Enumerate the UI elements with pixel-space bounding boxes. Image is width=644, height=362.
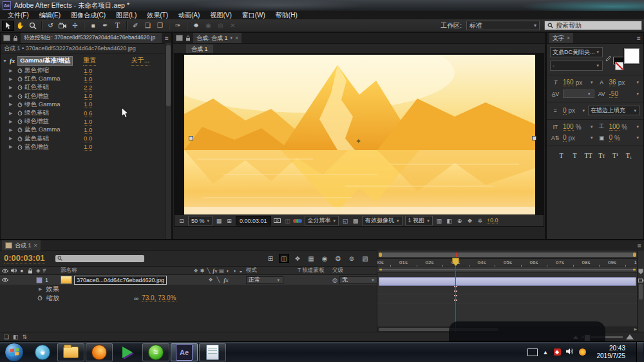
eraser-tool-icon[interactable]: ❐ <box>154 21 166 31</box>
hand-tool-icon[interactable]: ✋ <box>14 21 26 31</box>
effect-about-link[interactable]: 关于... <box>131 56 149 66</box>
stroke-fill-mode-select[interactable]: 在描边上填充 ▾ <box>588 106 640 115</box>
tracking-value[interactable]: -50 <box>609 90 618 98</box>
shy-layers-icon[interactable]: ❖ <box>292 254 303 263</box>
layer-lock-toggle[interactable] <box>26 277 33 283</box>
composition-viewer[interactable]: ✦ ⊡ 50 % ▾ ▦ ⊞ 0:00:03:01 ◫ 全分辨率 ▾ <box>174 53 544 227</box>
selection-tool-icon[interactable] <box>2 21 14 31</box>
frame-blending-icon[interactable]: ▦ <box>306 254 316 263</box>
zoom-tool-icon[interactable] <box>26 21 39 31</box>
lock-icon[interactable] <box>13 35 18 41</box>
stopwatch-icon[interactable] <box>15 102 24 108</box>
shape-tool-icon[interactable]: ■ <box>87 21 99 31</box>
view-layout-select[interactable]: 1 视图 ▾ <box>405 216 433 225</box>
region-of-interest-icon[interactable]: ◱ <box>341 218 349 224</box>
menu-item[interactable]: 动画(A) <box>173 11 205 20</box>
eye-icon[interactable] <box>2 267 9 274</box>
param-value[interactable]: 2.2 <box>84 84 92 91</box>
timeline-navigator[interactable] <box>379 252 636 257</box>
label-column-icon[interactable]: ◈ <box>36 267 41 274</box>
blend-mode-select[interactable]: 正常 ▾ <box>246 276 283 284</box>
taskbar-clock[interactable]: 20:43 2019/7/25 <box>591 345 632 360</box>
effect-header-row[interactable]: ▼ fx Gamma/基准/增益 重置 关于... <box>1 56 171 65</box>
param-value[interactable]: 1.0 <box>84 75 92 83</box>
expand-arrow-icon[interactable]: ▶ <box>39 287 42 292</box>
pick-whip-icon[interactable]: ◎ <box>332 277 337 283</box>
stopwatch-icon[interactable] <box>15 110 24 116</box>
exposure-icon[interactable]: ✲ <box>477 218 484 224</box>
audio-icon[interactable] <box>10 267 17 274</box>
anchor-point-icon[interactable]: ✦ <box>355 138 361 145</box>
param-value[interactable]: 0.0 <box>84 135 92 142</box>
close-icon[interactable]: × <box>34 242 37 249</box>
expand-arrow-icon[interactable]: ▶ <box>9 144 15 149</box>
type-style-button[interactable]: TT <box>583 151 593 160</box>
expand-transfer-controls-icon[interactable]: ◧ <box>13 334 19 340</box>
app-file-explorer[interactable] <box>57 343 84 361</box>
panel-frame-icon[interactable] <box>3 35 10 41</box>
expand-arrow-icon[interactable]: ▶ <box>9 102 15 107</box>
param-value[interactable]: 1.0 <box>84 92 92 100</box>
index-column-icon[interactable]: # <box>43 267 46 274</box>
puppet-pin-tool-icon[interactable]: ✸ <box>190 21 202 31</box>
motion-blur-icon[interactable]: ◉ <box>319 254 330 263</box>
panel-frame-icon[interactable] <box>176 35 183 41</box>
solo-icon[interactable]: ● <box>19 267 26 274</box>
effect-controls-scrollbar[interactable] <box>165 43 171 239</box>
menu-item[interactable]: 图层(L) <box>111 11 142 20</box>
eyedropper-icon[interactable] <box>605 55 611 64</box>
antivirus-tray-icon[interactable]: ◆ <box>554 348 561 356</box>
menu-item[interactable]: 帮助(H) <box>270 11 303 20</box>
type-style-button[interactable]: Tт <box>597 151 607 160</box>
chevron-down-icon[interactable]: ▾ <box>636 124 640 129</box>
comp-button-icon[interactable] <box>638 278 644 284</box>
effect-reset-link[interactable]: 重置 <box>83 56 96 66</box>
show-hidden-icons-arrow[interactable]: ▲ <box>543 349 549 356</box>
vertical-scrollbar[interactable] <box>639 284 643 300</box>
panel-menu-icon[interactable]: ≣ <box>636 35 643 41</box>
transparency-grid-icon[interactable]: ▩ <box>352 218 359 224</box>
clone-stamp-tool-icon[interactable]: ❏ <box>142 21 154 31</box>
scale-property-row[interactable]: 缩放 ∞ 73.0, 73.0% <box>0 294 377 303</box>
menu-item[interactable]: 文件(F) <box>3 11 34 20</box>
graph-editor-icon[interactable]: ▧ <box>360 254 370 263</box>
roto-brush-tool-icon[interactable]: ✑ <box>172 21 184 31</box>
tab-effect-controls[interactable]: 特效控制台: 370ace8df53227a204d64c76ebad4620.… <box>21 33 162 43</box>
expand-layer-switches-icon[interactable]: ❏ <box>4 334 9 340</box>
expand-icon[interactable]: ⊡ <box>178 218 185 224</box>
menu-item[interactable]: 图像合成(C) <box>66 11 111 20</box>
layer-quality-switch[interactable]: ╲ <box>215 277 222 283</box>
camera-tool-icon[interactable] <box>57 21 69 31</box>
grid-options-icon[interactable]: ▦ <box>215 218 223 224</box>
panel-menu-icon[interactable]: ≣ <box>164 35 171 41</box>
font-size-value[interactable]: 160 <box>563 79 574 86</box>
expand-arrow-icon[interactable]: ▶ <box>9 85 15 90</box>
menu-item[interactable]: 视图(V) <box>205 11 236 20</box>
tray-app-icon[interactable] <box>579 348 586 356</box>
close-icon[interactable]: × <box>567 35 570 41</box>
chevron-down-icon[interactable]: ▾ <box>582 108 586 113</box>
tab-composition[interactable]: 合成: 合成 1 ▾ × <box>193 33 242 43</box>
stopwatch-icon[interactable] <box>15 68 24 73</box>
close-icon[interactable]: × <box>235 35 238 41</box>
leading-value[interactable]: 36 <box>609 79 616 86</box>
brainstorm-icon[interactable]: ❂ <box>333 254 343 263</box>
chevron-down-icon[interactable]: ▾ <box>231 35 233 41</box>
comp-mini-flowchart-icon[interactable]: ⊞ <box>265 254 276 263</box>
app-firefox[interactable] <box>86 343 113 361</box>
type-style-button[interactable]: T <box>556 151 566 160</box>
param-value[interactable]: 0.6 <box>84 110 92 117</box>
zoom-in-frames-icon[interactable] <box>626 334 634 339</box>
vertical-scale-value[interactable]: 100 <box>563 123 574 131</box>
title-bar[interactable]: Ae Adobe After Effects - 未命名项目.aep * <box>0 0 644 11</box>
layer-fx-switch[interactable]: fx <box>223 277 229 283</box>
type-style-button[interactable]: T <box>570 151 580 160</box>
type-style-button[interactable]: T¹ <box>611 151 620 160</box>
text-tool-icon[interactable]: T <box>111 21 124 31</box>
no-color-swatch[interactable] <box>615 62 623 70</box>
expand-arrow-icon[interactable]: ▶ <box>9 93 15 99</box>
horizontal-scale-value[interactable]: 100 <box>609 123 620 131</box>
flowchart-button-icon[interactable]: ❖ <box>466 218 474 224</box>
tab-timeline[interactable]: 合成 1 × <box>2 240 41 251</box>
param-value[interactable]: 1.0 <box>84 143 92 151</box>
